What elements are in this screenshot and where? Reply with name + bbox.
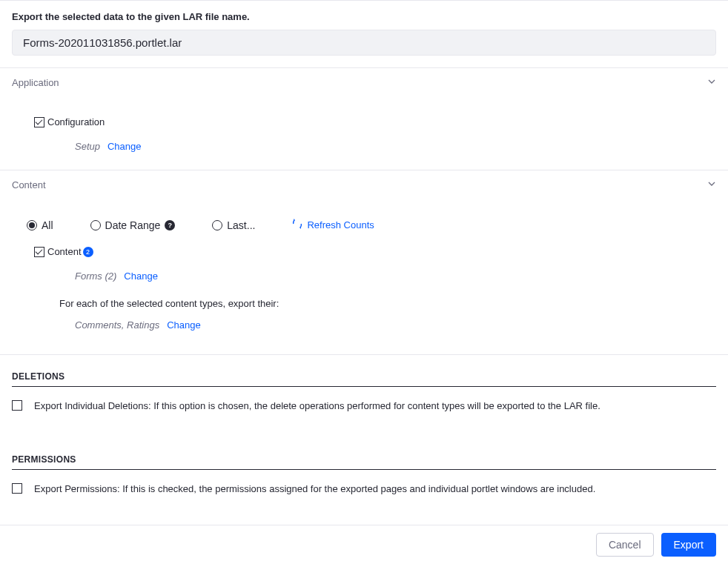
refresh-icon (292, 219, 302, 231)
filename-input[interactable] (12, 30, 716, 56)
spacer (0, 416, 728, 438)
configuration-checkbox[interactable] (34, 117, 44, 127)
content-panel-title: Content (12, 179, 46, 190)
cancel-button[interactable]: Cancel (596, 533, 654, 557)
panel-separator (0, 354, 728, 355)
chevron-down-icon (707, 77, 716, 88)
radio-last[interactable]: Last... (212, 219, 255, 231)
application-panel-header[interactable]: Application (0, 68, 728, 97)
content-checkbox[interactable] (34, 247, 44, 257)
radio-all-label: All (42, 219, 53, 231)
refresh-counts-label: Refresh Counts (307, 219, 374, 230)
deletions-heading: DELETIONS (0, 371, 728, 382)
setup-label: Setup (75, 141, 100, 152)
footer: Cancel Export (0, 525, 728, 564)
radio-date-range-input[interactable] (90, 220, 101, 230)
export-label: Export the selected data to the given LA… (12, 11, 716, 22)
comments-row: Comments, Ratings Change (75, 319, 716, 331)
radio-last-label: Last... (227, 219, 255, 231)
comments-change-link[interactable]: Change (167, 319, 201, 331)
comments-label: Comments, Ratings (75, 319, 159, 331)
configuration-label: Configuration (47, 116, 105, 127)
radio-date-range[interactable]: Date Range ? (90, 219, 176, 231)
forms-change-link[interactable]: Change (124, 271, 158, 282)
permissions-text: Export Permissions: If this is checked, … (34, 483, 595, 494)
content-panel: Content All Date Range ? Last... (0, 170, 728, 348)
export-header: Export the selected data to the given LA… (0, 0, 728, 67)
deletions-text: Export Individual Deletions: If this opt… (34, 400, 600, 411)
forms-label: Forms (2) (75, 271, 116, 282)
setup-change-link[interactable]: Change (107, 141, 142, 152)
content-panel-header[interactable]: Content (0, 170, 728, 199)
deletions-row: Export Individual Deletions: If this opt… (0, 387, 728, 416)
content-panel-body: All Date Range ? Last... (0, 199, 728, 348)
content-checkbox-row: Content 2 (34, 246, 716, 257)
permissions-row: Export Permissions: If this is checked, … (0, 470, 728, 499)
configuration-checkbox-row: Configuration (34, 116, 716, 127)
forms-row: Forms (2) Change (75, 271, 716, 282)
application-panel-body: Configuration Setup Change (0, 97, 728, 170)
content-explain-text: For each of the selected content types, … (59, 298, 716, 309)
help-icon[interactable]: ? (165, 220, 175, 230)
permissions-checkbox[interactable] (12, 483, 22, 494)
application-panel: Application Configuration Setup Change (0, 67, 728, 170)
content-count-badge: 2 (83, 247, 93, 257)
radio-last-input[interactable] (212, 220, 222, 230)
radio-date-range-label: Date Range (105, 219, 161, 231)
permissions-heading: PERMISSIONS (0, 454, 728, 465)
refresh-counts-link[interactable]: Refresh Counts (292, 219, 374, 231)
setup-row: Setup Change (75, 141, 716, 152)
chevron-down-icon (707, 179, 716, 190)
deletions-checkbox[interactable] (12, 400, 22, 411)
content-checkbox-label: Content (47, 246, 82, 257)
export-button[interactable]: Export (661, 533, 716, 557)
content-range-radios: All Date Range ? Last... (27, 219, 716, 231)
radio-all-input[interactable] (27, 220, 37, 230)
application-panel-title: Application (12, 77, 59, 88)
radio-all[interactable]: All (27, 219, 53, 231)
